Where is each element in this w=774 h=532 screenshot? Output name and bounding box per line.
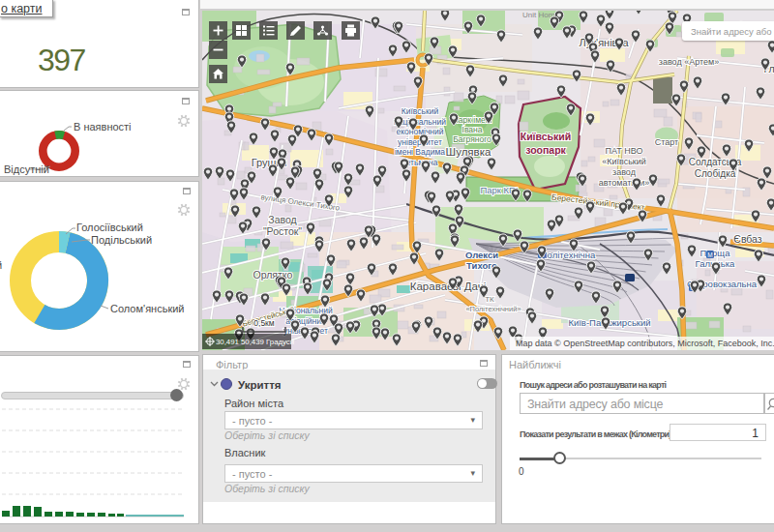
svg-text:0,5км: 0,5км (253, 318, 275, 328)
svg-text:Євбаз: Євбаз (733, 233, 762, 245)
svg-text:ПАТ НВО: ПАТ НВО (606, 146, 643, 156)
svg-text:Голосіївський: Голосіївський (76, 222, 143, 233)
svg-text:завод: завод (612, 167, 637, 177)
svg-text:Старт: Старт (655, 137, 678, 147)
svg-text:завод «Артем»: завод «Артем» (659, 57, 719, 67)
svg-text:«Київський: «Київський (602, 157, 646, 166)
svg-text:автоматики»: автоматики» (599, 178, 650, 188)
svg-text:В наявності: В наявності (74, 121, 132, 133)
svg-text:економічний: економічний (396, 127, 443, 136)
svg-text:й: й (0, 259, 2, 271)
svg-text:Київський: Київський (402, 106, 439, 116)
svg-text:Відсутній: Відсутній (4, 163, 49, 175)
svg-text:Слобідка: Слобідка (695, 168, 736, 179)
svg-text:"Росток": "Росток" (263, 225, 302, 237)
svg-text:Площа: Площа (700, 248, 731, 258)
svg-text:M: M (707, 251, 712, 258)
svg-text:«Політехнічний»: «Політехнічний» (465, 305, 521, 313)
svg-text:Івана: Івана (462, 125, 483, 134)
svg-text:30,491 50,439 Градуси: 30,491 50,439 Градуси (216, 338, 294, 346)
svg-text:Орлятко: Орлятко (253, 269, 293, 281)
svg-text:Київський: Київський (521, 131, 571, 142)
svg-text:імені Вадима: імені Вадима (395, 147, 445, 157)
svg-text:Багряного: Багряного (453, 134, 491, 144)
svg-text:Подільський: Подільський (91, 234, 152, 246)
svg-text:Солом'янський: Солом'янський (110, 303, 185, 314)
svg-text:ТК: ТК (485, 295, 494, 304)
svg-text:Політехнічна: Політехнічна (541, 250, 596, 260)
svg-text:зоопарк: зоопарк (525, 144, 566, 156)
svg-text:Олекси: Олекси (465, 250, 498, 260)
svg-text:Завод: Завод (268, 214, 296, 225)
svg-text:Map data © OpenStreetMap contr: Map data © OpenStreetMap contributors, M… (516, 339, 774, 348)
